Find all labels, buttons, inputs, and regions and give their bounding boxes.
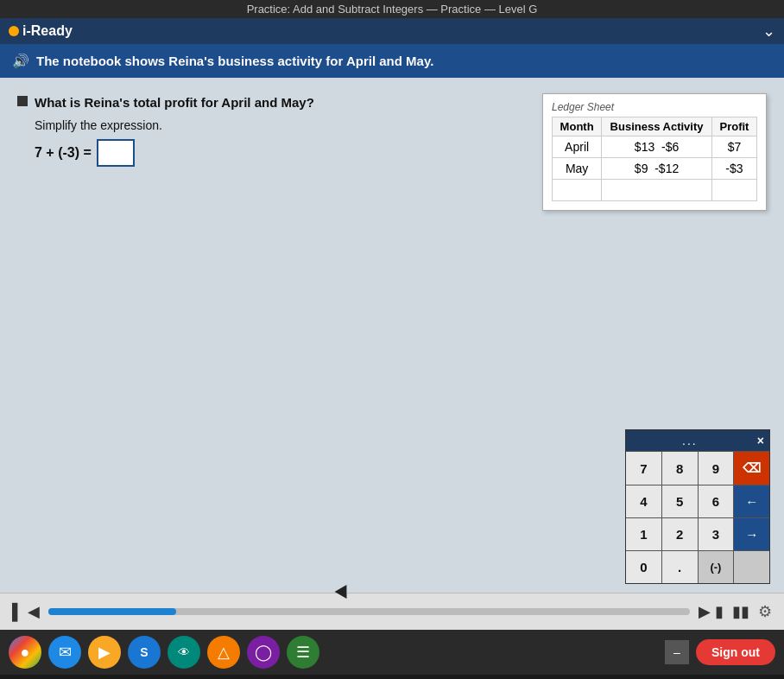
cell-profit-2: -$3 <box>711 158 756 180</box>
table-row: May $9 -$12 -$3 <box>553 158 757 180</box>
key-8[interactable]: 8 <box>662 452 698 485</box>
key-5[interactable]: 5 <box>662 485 698 517</box>
skip-back-button[interactable]: ▌ ◀ <box>12 602 40 621</box>
keypad-grid: 7 8 9 ⌫ 4 5 6 ← 1 2 3 → 0 . (-) <box>626 451 769 583</box>
main-content: What is Reina's total profit for April a… <box>0 78 784 593</box>
pause-button[interactable]: ▮▮ <box>732 602 749 621</box>
ledger-container: Ledger Sheet Month Business Activity Pro… <box>542 93 767 211</box>
iready-logo: i-Ready <box>9 23 73 39</box>
question-text: What is Reina's total profit for April a… <box>35 93 314 111</box>
keypad: ... × 7 8 9 ⌫ 4 5 6 ← 1 2 3 → 0 . (-) <box>625 429 770 584</box>
simplify-instruction: Simplify the expression. <box>35 118 525 132</box>
taskbar-icon-drive[interactable]: △ <box>207 636 240 669</box>
taskbar: ● ✉ ▶ S 👁 △ ◯ ☰ – Sign out <box>0 630 784 675</box>
key-2[interactable]: 2 <box>662 518 698 550</box>
minimize-button[interactable]: – <box>665 640 689 664</box>
progress-fill <box>48 608 177 615</box>
taskbar-icon-meet[interactable]: 👁 <box>168 636 200 669</box>
ledger-title: Ledger Sheet <box>552 101 757 113</box>
answer-input[interactable] <box>97 139 135 167</box>
taskbar-icon-chrome[interactable]: ● <box>9 636 41 669</box>
col-header-profit: Profit <box>711 117 756 136</box>
progress-bar-area: ▌ ◀ ▶ ▮ ▮▮ ⚙ <box>0 593 784 630</box>
expression-row: 7 + (-3) = <box>35 139 525 167</box>
key-6[interactable]: 6 <box>699 485 734 517</box>
key-9[interactable]: 9 <box>699 452 734 485</box>
page-title: Practice: Add and Subtract Integers — Pr… <box>247 3 538 16</box>
table-row: April $13 -$6 $7 <box>553 136 757 158</box>
progress-track[interactable] <box>48 608 690 615</box>
taskbar-icon-docs[interactable]: S <box>128 636 161 669</box>
key-7[interactable]: 7 <box>626 452 661 485</box>
instruction-bar: 🔊 The notebook shows Reina's business ac… <box>0 44 784 78</box>
bullet-point: What is Reina's total profit for April a… <box>17 93 525 111</box>
keypad-dots: ... <box>631 434 749 447</box>
table-row-empty <box>553 180 757 201</box>
keypad-close-button[interactable]: × <box>757 434 764 447</box>
taskbar-right: – Sign out <box>665 639 775 665</box>
col-header-activity: Business Activity <box>602 117 712 136</box>
settings-button[interactable]: ⚙ <box>758 602 772 621</box>
col-header-month: Month <box>553 117 602 136</box>
key-0[interactable]: 0 <box>626 551 661 583</box>
instruction-text: The notebook shows Reina's business acti… <box>36 54 433 68</box>
taskbar-icon-photos[interactable]: ◯ <box>247 636 280 669</box>
bullet-square-icon <box>17 96 28 106</box>
key-right-arrow[interactable]: → <box>734 518 769 550</box>
taskbar-icon-classroom[interactable]: ☰ <box>287 636 319 669</box>
key-negative[interactable]: (-) <box>699 551 734 583</box>
question-left: What is Reina's total profit for April a… <box>17 93 525 167</box>
cell-month-1: April <box>553 136 602 158</box>
logo-text: i-Ready <box>22 23 73 39</box>
taskbar-icon-email[interactable]: ✉ <box>48 636 81 669</box>
question-section: What is Reina's total profit for April a… <box>17 93 767 211</box>
key-3[interactable]: 3 <box>699 518 734 550</box>
cell-month-2: May <box>553 158 602 180</box>
key-empty <box>734 551 769 583</box>
cell-activity-1: $13 -$6 <box>602 136 712 158</box>
iready-header: i-Ready ⌄ <box>0 18 784 44</box>
key-decimal[interactable]: . <box>662 551 698 583</box>
taskbar-icon-slides[interactable]: ▶ <box>88 636 121 669</box>
keypad-header: ... × <box>626 430 769 451</box>
expression-label: 7 + (-3) = <box>35 145 92 161</box>
speaker-icon[interactable]: 🔊 <box>12 53 29 69</box>
top-bar: Practice: Add and Subtract Integers — Pr… <box>0 0 784 18</box>
chevron-down-icon[interactable]: ⌄ <box>762 22 775 41</box>
ledger-table: Month Business Activity Profit April $13… <box>552 117 757 201</box>
key-1[interactable]: 1 <box>626 518 661 550</box>
skip-forward-button[interactable]: ▶ ▮ <box>699 602 724 621</box>
logo-dot-icon <box>9 26 19 36</box>
key-backspace[interactable]: ⌫ <box>734 452 769 485</box>
key-4[interactable]: 4 <box>626 485 661 517</box>
signout-button[interactable]: Sign out <box>696 639 775 665</box>
cell-profit-1: $7 <box>711 136 756 158</box>
key-left-arrow[interactable]: ← <box>734 485 769 517</box>
cell-activity-2: $9 -$12 <box>602 158 712 180</box>
